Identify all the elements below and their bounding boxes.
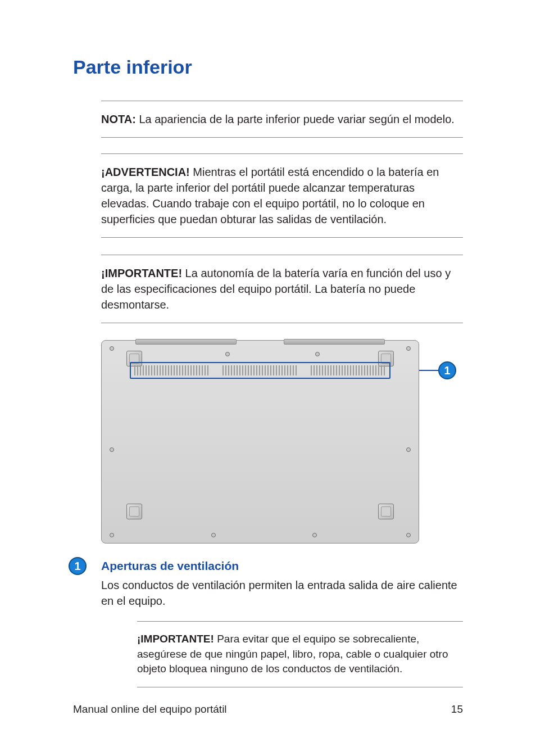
note-label: NOTA:	[101, 113, 136, 125]
note-nota: NOTA: La apariencia de la parte inferior…	[101, 101, 463, 138]
callout-badge-1: 1	[438, 361, 456, 379]
note-label: ¡IMPORTANTE!	[137, 633, 214, 645]
screw-icon	[406, 533, 411, 537]
note-label: ¡ADVERTENCIA!	[101, 166, 190, 178]
note-label: ¡IMPORTANTE!	[101, 267, 182, 279]
vent-highlight-box	[130, 362, 390, 379]
section-heading: Aperturas de ventilación	[101, 559, 463, 573]
laptop-chassis	[101, 340, 419, 544]
vent-grille-icon	[311, 365, 386, 375]
screw-icon	[312, 533, 317, 537]
note-advertencia: ¡ADVERTENCIA! Mientras el portátil está …	[101, 153, 463, 238]
screw-icon	[211, 533, 216, 537]
page-number: 15	[451, 703, 463, 716]
rubber-foot-icon	[126, 504, 142, 519]
laptop-bottom-diagram: 1	[101, 340, 463, 544]
section-vent: 1 Aperturas de ventilación Los conductos…	[73, 559, 463, 687]
note-text: La apariencia de la parte inferior puede…	[136, 113, 455, 125]
screw-icon	[406, 447, 411, 452]
section-body: Los conductos de ventilación permiten la…	[101, 577, 463, 609]
hinge-right	[284, 339, 385, 345]
callout-badge-1-inline: 1	[69, 557, 87, 575]
screw-icon	[110, 533, 114, 537]
rubber-foot-icon	[378, 504, 394, 519]
page-title: Parte inferior	[73, 56, 463, 78]
note-importante-1: ¡IMPORTANTE! La autonomía de la batería …	[101, 255, 463, 323]
callout-leader-line	[419, 370, 440, 371]
vent-grille-icon	[134, 365, 210, 375]
note-importante-2: ¡IMPORTANTE! Para evitar que el equipo s…	[137, 621, 463, 687]
hinge-left	[135, 339, 237, 345]
page-footer: Manual online del equipo portátil 15	[73, 703, 463, 716]
vent-grille-icon	[222, 365, 298, 375]
screw-icon	[406, 346, 411, 351]
screw-icon	[110, 447, 114, 452]
screw-icon	[110, 346, 114, 351]
screw-icon	[315, 352, 320, 356]
screw-icon	[225, 352, 230, 356]
footer-title: Manual online del equipo portátil	[73, 703, 227, 716]
